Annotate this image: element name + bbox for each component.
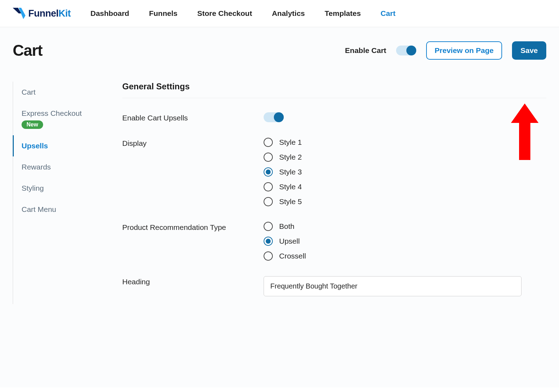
display-option-style-1[interactable]: Style 1 <box>264 138 546 147</box>
sidebar-item-cart-menu[interactable]: Cart Menu <box>13 199 105 220</box>
radio-icon <box>264 222 273 231</box>
recommendation-type-label: Product Recommendation Type <box>122 222 264 232</box>
nav-items: DashboardFunnelsStore CheckoutAnalyticsT… <box>90 9 395 18</box>
settings-sidebar: CartExpress CheckoutNewUpsellsRewardsSty… <box>13 82 105 304</box>
sidebar-item-cart[interactable]: Cart <box>13 82 105 103</box>
sidebar-item-upsells[interactable]: Upsells <box>13 135 105 156</box>
enable-cart-toggle[interactable] <box>396 46 416 55</box>
radio-label: Crossell <box>279 252 306 260</box>
enable-upsells-toggle[interactable] <box>264 112 284 122</box>
radio-icon <box>264 197 273 206</box>
radio-icon <box>264 182 273 191</box>
radio-icon <box>264 237 273 246</box>
display-radio-group: Style 1Style 2Style 3Style 4Style 5 <box>264 138 546 206</box>
display-label: Display <box>122 138 264 148</box>
radio-label: Style 2 <box>279 153 302 161</box>
radio-label: Upsell <box>279 237 300 245</box>
sidebar-item-styling[interactable]: Styling <box>13 178 105 199</box>
nav-item-funnels[interactable]: Funnels <box>149 9 178 18</box>
nav-item-templates[interactable]: Templates <box>325 9 361 18</box>
radio-label: Both <box>279 222 294 231</box>
preview-on-page-button[interactable]: Preview on Page <box>426 41 502 60</box>
section-title: General Settings <box>122 82 546 98</box>
radio-icon <box>264 251 273 261</box>
nav-item-store-checkout[interactable]: Store Checkout <box>197 9 252 18</box>
display-option-style-5[interactable]: Style 5 <box>264 197 546 206</box>
row-enable-upsells: Enable Cart Upsells <box>122 105 546 130</box>
new-badge: New <box>22 120 43 129</box>
sidebar-item-label: Express Checkout <box>22 109 105 118</box>
nav-item-dashboard[interactable]: Dashboard <box>90 9 129 18</box>
row-recommendation-type: Product Recommendation Type BothUpsellCr… <box>122 214 546 268</box>
recommendation-type-option-upsell[interactable]: Upsell <box>264 237 546 246</box>
page-title: Cart <box>13 42 42 59</box>
radio-icon <box>264 167 273 177</box>
sidebar-item-label: Cart Menu <box>22 205 105 214</box>
save-button[interactable]: Save <box>512 41 546 60</box>
radio-icon <box>264 153 273 162</box>
recommendation-type-option-crossell[interactable]: Crossell <box>264 251 546 261</box>
sidebar-item-rewards[interactable]: Rewards <box>13 156 105 178</box>
sidebar-item-label: Upsells <box>22 142 105 150</box>
row-display: Display Style 1Style 2Style 3Style 4Styl… <box>122 130 546 214</box>
radio-label: Style 4 <box>279 183 302 191</box>
radio-label: Style 5 <box>279 197 302 206</box>
display-option-style-4[interactable]: Style 4 <box>264 182 546 191</box>
header-actions: Enable Cart Preview on Page Save <box>345 41 546 60</box>
page: Cart Enable Cart Preview on Page Save Ca… <box>0 27 559 387</box>
enable-cart-label: Enable Cart <box>345 46 386 55</box>
nav-item-analytics[interactable]: Analytics <box>272 9 305 18</box>
sidebar-item-label: Rewards <box>22 163 105 171</box>
top-nav: FunnelKit DashboardFunnelsStore Checkout… <box>0 0 559 27</box>
heading-label: Heading <box>122 276 264 286</box>
settings-panel: General Settings Enable Cart Upsells Dis… <box>122 82 546 304</box>
content: CartExpress CheckoutNewUpsellsRewardsSty… <box>13 82 546 304</box>
logo-text: FunnelKit <box>28 8 71 19</box>
heading-input[interactable] <box>264 276 522 296</box>
recommendation-type-option-both[interactable]: Both <box>264 222 546 231</box>
sidebar-item-express-checkout[interactable]: Express CheckoutNew <box>13 103 105 135</box>
radio-icon <box>264 138 273 147</box>
logo-mark-icon <box>13 8 26 19</box>
display-option-style-2[interactable]: Style 2 <box>264 153 546 162</box>
sidebar-item-label: Styling <box>22 184 105 192</box>
page-header: Cart Enable Cart Preview on Page Save <box>13 41 546 60</box>
sidebar-item-label: Cart <box>22 88 105 96</box>
radio-label: Style 1 <box>279 138 302 147</box>
display-option-style-3[interactable]: Style 3 <box>264 167 546 177</box>
row-heading: Heading <box>122 268 546 304</box>
recommendation-type-radio-group: BothUpsellCrossell <box>264 222 546 261</box>
nav-item-cart[interactable]: Cart <box>381 9 395 18</box>
radio-label: Style 3 <box>279 168 302 176</box>
enable-upsells-label: Enable Cart Upsells <box>122 112 264 122</box>
logo[interactable]: FunnelKit <box>13 8 71 19</box>
